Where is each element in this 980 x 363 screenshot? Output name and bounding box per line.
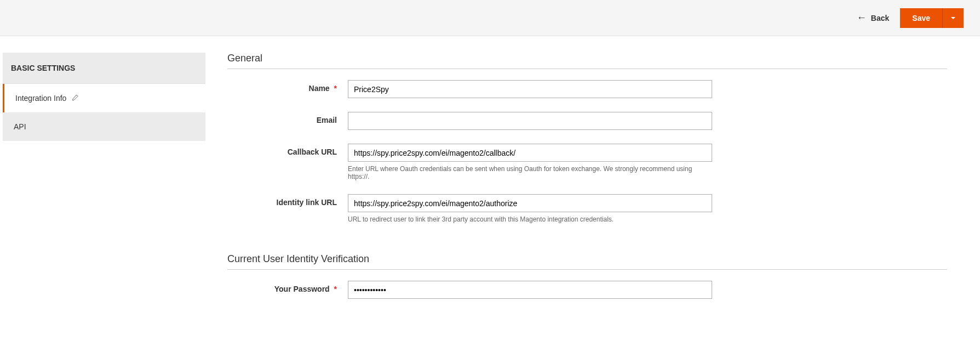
arrow-left-icon: ← — [857, 12, 867, 24]
hint-identity-link-url: URL to redirect user to link their 3rd p… — [348, 215, 712, 223]
control-wrap: URL to redirect user to link their 3rd p… — [348, 194, 712, 223]
back-label: Back — [871, 14, 889, 22]
control-wrap — [348, 112, 712, 130]
form-row-password: Your Password * — [227, 281, 947, 299]
sidebar: BASIC SETTINGS Integration Info API — [3, 53, 205, 313]
sidebar-item-integration-info[interactable]: Integration Info — [3, 84, 205, 112]
label-callback-url: Callback URL — [227, 144, 348, 156]
form-row-name: Name * — [227, 80, 947, 98]
sidebar-item-label: API — [14, 122, 26, 131]
label-name: Name * — [227, 80, 348, 93]
identity-link-url-field[interactable] — [348, 194, 712, 212]
main-layout: BASIC SETTINGS Integration Info API Gene… — [0, 36, 980, 329]
hint-callback-url: Enter URL where Oauth credentials can be… — [348, 165, 712, 180]
password-field[interactable] — [348, 281, 712, 299]
sidebar-item-api[interactable]: API — [3, 112, 205, 141]
chevron-down-icon — [950, 15, 956, 21]
sidebar-item-label: Integration Info — [15, 94, 66, 103]
pencil-icon — [72, 94, 78, 103]
form-row-identity-link-url: Identity link URL URL to redirect user t… — [227, 194, 947, 223]
control-wrap — [348, 281, 712, 299]
save-button[interactable]: Save — [900, 8, 942, 28]
save-dropdown-toggle[interactable] — [942, 8, 964, 28]
form-row-callback-url: Callback URL Enter URL where Oauth crede… — [227, 144, 947, 180]
section-title-general: General — [227, 53, 947, 69]
section-title-verification: Current User Identity Verification — [227, 253, 947, 270]
label-identity-link-url: Identity link URL — [227, 194, 348, 207]
sidebar-title: BASIC SETTINGS — [3, 53, 205, 84]
header-bar: ← Back Save — [0, 0, 980, 36]
back-button[interactable]: ← Back — [857, 12, 889, 24]
label-password: Your Password * — [227, 281, 348, 293]
email-field[interactable] — [348, 112, 712, 130]
save-button-group: Save — [900, 8, 964, 28]
required-indicator: * — [334, 285, 337, 293]
required-indicator: * — [334, 84, 337, 93]
label-email: Email — [227, 112, 348, 124]
control-wrap — [348, 80, 712, 98]
content-area: General Name * Email Callback URL — [227, 53, 980, 313]
name-field[interactable] — [348, 80, 712, 98]
control-wrap: Enter URL where Oauth credentials can be… — [348, 144, 712, 180]
form-row-email: Email — [227, 112, 947, 130]
callback-url-field[interactable] — [348, 144, 712, 162]
